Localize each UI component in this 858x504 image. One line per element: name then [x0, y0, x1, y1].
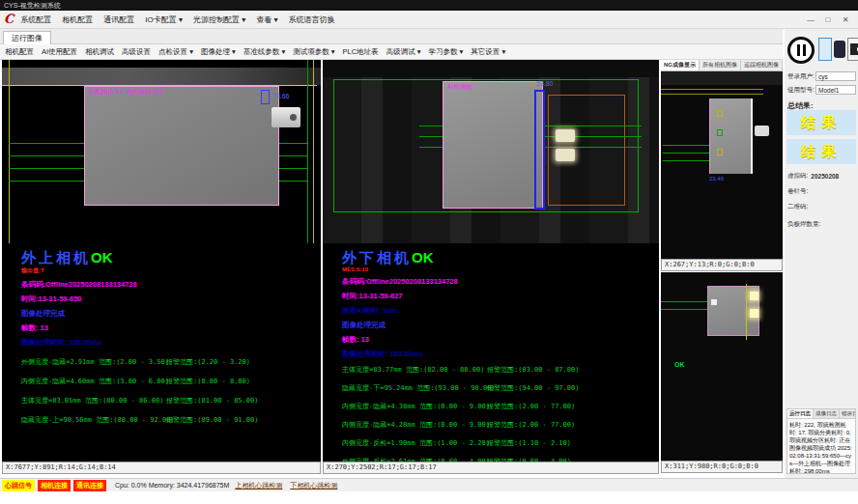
tool-advanced-debug[interactable]: 高级调试 ▾ — [386, 47, 421, 57]
menu-comm-config[interactable]: 通讯配置 — [103, 14, 134, 25]
tool-baseline-params[interactable]: 基准线参数 ▾ — [243, 47, 285, 57]
tool-image-processing[interactable]: 图像处理 ▾ — [201, 47, 236, 57]
measurement-row: 主体宽度=83.05mm 范围:(80.00 - 86.00)报警范围:(81.… — [21, 396, 321, 415]
lower-camera-heartbeat-link[interactable]: 下相机心跳检测 — [290, 481, 337, 490]
logout-button[interactable] — [847, 38, 858, 61]
log-panel: 运行日志 成像日志 错误日志 耗时: 222, 瑕疵检测耗时: 17, 瑕疵分类… — [786, 408, 856, 474]
menu-bar: C 系统配置 相机配置 通讯配置 IO卡配置 ▾ 光源控制配置 ▾ 查看 ▾ 系… — [0, 11, 858, 29]
measurement-row: 外侧宽度-隐藏=2.91mm 范围:(2.00 - 3.50)报警范围:(2.2… — [21, 357, 321, 377]
heartbeat-status-badge: 心跳信号 — [2, 480, 35, 491]
log-tab-imaging[interactable]: 成像日志 — [814, 409, 840, 418]
close-button[interactable]: ✕ — [839, 15, 852, 24]
measurement-row: 隐藏宽度-上=90.56mm 范围:(88.00 - 92.00)报警范围:(8… — [21, 415, 321, 434]
aux-bottom-viewport[interactable]: OK — [661, 272, 783, 461]
login-user-label: 登录用户: — [787, 72, 815, 81]
barcode-label: 条码码:Offline20250208133134728 — [21, 280, 321, 290]
menu-system-config[interactable]: 系统配置 — [20, 14, 51, 25]
menu-io-config[interactable]: IO卡配置 ▾ — [145, 14, 183, 25]
model-field[interactable]: Model1 — [815, 85, 856, 95]
middle-result-block: 外下相机OK MES:0:10 条码码:Offline2025020813313… — [342, 249, 642, 462]
weld-count-row: 负极焊数量: — [787, 220, 856, 229]
qrcode-row: 二维码: — [787, 203, 856, 211]
pause-button[interactable] — [787, 37, 815, 64]
tool-camera-debug[interactable]: 相机调试 — [85, 47, 114, 57]
menu-language-switch[interactable]: 系统语言切换 — [289, 14, 335, 25]
minimize-button[interactable]: — — [804, 15, 817, 24]
aux-top-panel: 23.46 X:267;Y:13;R:0;G:0;B:0 — [661, 71, 783, 271]
middle-camera-viewport[interactable]: AI检测框 23.80 外下相机OK MES:0:10 条码码:Offline2… — [323, 60, 659, 462]
aux-bottom-panel: OK X:311;Y:980;R:0;G:0;B:0 — [661, 272, 783, 473]
feature-mark — [717, 110, 723, 117]
camera-status-ok: OK — [91, 249, 113, 266]
output-signal-label: 输出值:T — [21, 266, 321, 275]
camera-name-label: 外下相机 — [342, 249, 412, 266]
tool-other-settings[interactable]: 其它设置 ▾ — [471, 47, 505, 57]
user-manage-button[interactable] — [834, 41, 845, 58]
tab-run-image[interactable]: 运行图像 — [3, 31, 51, 44]
frame-count-label: 帧数: 13 — [342, 335, 642, 345]
measurement-list: 外侧宽度-隐藏=2.91mm 范围:(2.00 - 3.50)报警范围:(2.2… — [21, 357, 321, 434]
tool-camera-config[interactable]: 相机配置 — [5, 47, 34, 57]
cpu-memory-label: Cpu: 0.0% Memory: 3424.41796875M — [115, 482, 229, 489]
measurement-row: 内侧宽度-反检=1.90mm 范围:(1.00 - 2.20)报警范围:(1.1… — [342, 438, 642, 457]
threshold-overlay-label: 匹配阈值:93, 动态阈值:100 — [89, 88, 163, 97]
aux-tab-ng-display[interactable]: NG成像显示 — [661, 60, 700, 70]
feature-mark — [717, 149, 723, 155]
tool-test-params[interactable]: 测试项参数 ▾ — [293, 47, 334, 57]
gripper-connector — [755, 126, 769, 136]
window-controls: — □ ✕ — [800, 15, 852, 24]
measurement-row: 隐藏宽度-下=95.24mm 范围:(93.00 - 98.00)报警范围:(9… — [342, 383, 642, 402]
user-login-button[interactable] — [818, 38, 832, 61]
measure-line — [663, 145, 709, 146]
frame-count-label: 帧数: 13 — [21, 323, 321, 333]
detected-cell-region: 匹配阈值:93, 动态阈值:100 — [84, 86, 279, 206]
log-tab-run[interactable]: 运行日志 — [787, 409, 814, 418]
aux-top-viewport[interactable]: 23.46 — [661, 71, 783, 259]
tool-learning-params[interactable]: 学习参数 ▾ — [428, 47, 463, 57]
window-titlebar[interactable]: CYS-视觉检测系统 — [0, 0, 858, 11]
login-user-field[interactable]: cys — [815, 71, 856, 81]
machine-rail-region — [2, 68, 321, 85]
tool-plc-address[interactable]: PLC地址表 — [343, 47, 379, 57]
camera-connect-badge: 相机连接 — [38, 480, 71, 491]
app-window: CYS-视觉检测系统 C 系统配置 相机配置 通讯配置 IO卡配置 ▾ 光源控制… — [0, 0, 858, 504]
maximize-button[interactable]: □ — [821, 15, 835, 24]
right-yellow-guide-line — [313, 60, 314, 243]
left-camera-viewport[interactable]: 匹配阈值:93, 动态阈值:100 73.66 外上相机OK 输出值:T 条码码… — [2, 60, 321, 462]
log-tab-row: 运行日志 成像日志 错误日志 — [787, 409, 855, 419]
weld-highlight — [556, 149, 575, 161]
tool-advanced-settings[interactable]: 高级设置 — [122, 47, 151, 57]
measure-roi-box — [534, 90, 545, 210]
ai-time-label: 使用AI耗时: 1ms — [342, 306, 642, 316]
tool-spot-check[interactable]: 点检设置 ▾ — [158, 47, 193, 57]
menu-view[interactable]: 查看 ▾ — [256, 14, 277, 25]
view-tab-row: 运行图像 — [0, 29, 783, 44]
barcode-label: 条码码:Offline20250208133134728 — [342, 277, 642, 287]
left-yellow-guide-line — [9, 60, 10, 243]
status-ok-label: OK — [674, 361, 685, 368]
gripper-connector — [272, 107, 300, 127]
aux-tab-track-camera[interactable]: 追踪相机图像 — [741, 60, 783, 70]
tool-ai-use-config[interactable]: AI使用配置 — [42, 47, 77, 57]
measure-line — [663, 160, 709, 161]
menu-camera-config[interactable]: 相机配置 — [62, 14, 93, 25]
log-tab-error[interactable]: 错误日志 — [840, 409, 856, 418]
menu-light-config[interactable]: 光源控制配置 ▾ — [193, 14, 245, 25]
aux-top-coord-bar: X:267;Y:13;R:0;G:0;B:0 — [661, 259, 783, 271]
virtual-code-row: 虚拟码: 20250208 — [787, 172, 856, 181]
aux-bottom-coord-bar: X:311;Y:980;R:0;G:0;B:0 — [661, 461, 783, 473]
feature-mark — [711, 299, 717, 305]
camera-status-ok: OK — [412, 249, 434, 266]
weld-highlight — [750, 309, 758, 318]
aux-tab-row: NG成像显示 所有相机图像 追踪相机图像 — [661, 60, 783, 71]
yellow-line — [661, 89, 763, 90]
app-logo-icon: C — [4, 11, 14, 28]
model-row: 使用型号: Model1 — [787, 85, 856, 95]
camera-name-label: 外上相机 — [21, 249, 91, 266]
weld-highlight — [556, 129, 575, 142]
measure-value-label: 23.46 — [709, 176, 724, 182]
virtual-code-label: 虚拟码: — [787, 172, 808, 181]
detected-cell-region: AI检测框 — [443, 81, 543, 209]
upper-camera-heartbeat-link[interactable]: 上相机心跳检测 — [235, 481, 282, 490]
aux-tab-all-cameras[interactable]: 所有相机图像 — [700, 60, 741, 70]
